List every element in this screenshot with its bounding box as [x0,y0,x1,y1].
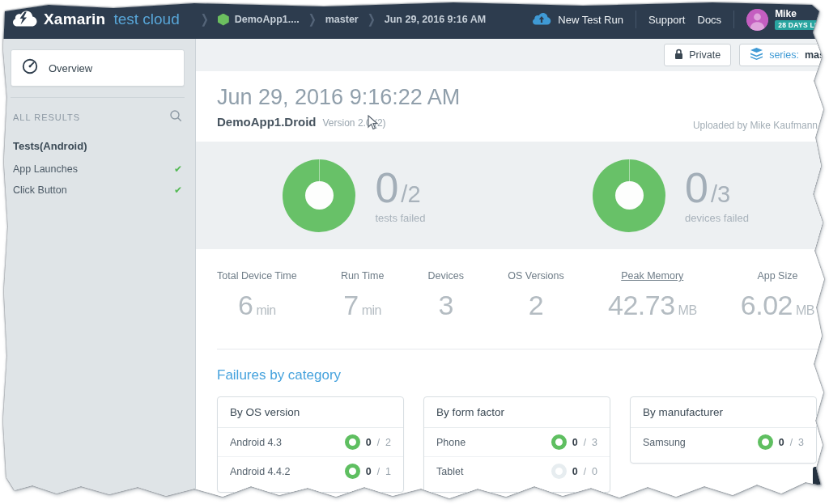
sidebar-item-overview[interactable]: Overview [11,49,185,87]
app-name: DemoApp1.Droid [217,115,317,129]
trial-days-badge: 28 DAYS LE [775,20,823,31]
stat-unit: MB [796,303,814,317]
breadcrumb-run[interactable]: Jun 29, 2016 9:16 AM [385,14,486,25]
chevron-right-icon: ❯ [201,12,209,27]
stat-value: 2 [529,290,543,320]
failure-row-samsung[interactable]: Samsung 0 / 3 [631,428,816,456]
failed-count: 0 [779,437,784,448]
series-selector-button[interactable]: series: master [739,44,829,66]
row-label: Tablet [436,466,463,477]
stat-run-time: Run Time 7min [341,270,385,321]
card-by-os-version: By OS version Android 4.3 0 / 2 Android … [217,396,404,493]
user-name: Mike [775,9,823,19]
run-timestamp: Jun 29, 2016 9:16:22 AM [217,85,808,110]
status-ring-icon [551,434,567,450]
search-icon[interactable] [169,109,182,125]
main-content: Private series: master Jun 29, 2016 9:16… [196,39,829,504]
sidebar-group-tests-android[interactable]: Tests(Android) [0,133,195,159]
total-count: 3 [592,437,597,448]
total-count: 1 [385,466,391,477]
stat-app-size: App Size 6.02MB [741,270,814,321]
mouse-cursor-icon [368,115,379,133]
chat-widget-fragment[interactable] [813,467,829,496]
sidebar-item-click-button[interactable]: Click Button ✔ [0,180,195,201]
breadcrumb: ❯ DemoApp1.... ❯ master ❯ Jun 29, 2016 9… [201,14,486,26]
user-avatar [746,9,768,31]
status-ring-icon [758,434,773,450]
row-label: Android 4.3 [230,437,282,448]
failures-section: Failures by category By OS version Andro… [196,349,829,493]
ratio-separator: / [377,466,380,477]
total-count: 0 [592,466,597,477]
stat-value: 3 [439,290,453,320]
support-link[interactable]: Support [648,14,686,26]
xamarin-logo[interactable]: Xamarin test cloud [13,10,180,30]
tests-failed-donut-chart [283,159,355,232]
run-stats-row: Total Device Time 6min Run Time 7min Dev… [196,249,829,321]
new-test-run-button[interactable]: New Test Run [532,12,623,28]
top-right-nav: New Test Run Support Docs Mike 28 DAYS L… [532,9,824,31]
private-button[interactable]: Private [664,44,731,66]
devices-failed-caption: devices failed [685,212,749,224]
stat-label: Run Time [341,270,385,282]
tests-failed-score: 0 /2 tests failed [375,167,425,224]
check-icon: ✔ [174,163,182,175]
failure-cards: By OS version Android 4.3 0 / 2 Android … [217,396,808,493]
failed-count: 0 [572,466,578,477]
nav-divider [636,11,636,28]
stat-label: Total Device Time [217,270,297,282]
stat-value: 7 [343,290,358,320]
failure-row-android-4-4-2[interactable]: Android 4.4.2 0 / 1 [218,457,403,485]
docs-link[interactable]: Docs [698,14,722,26]
card-by-manufacturer: By manufacturer Samsung 0 / 3 [630,396,817,464]
sidebar-item-label: Click Button [13,184,67,196]
stat-label: OS Versions [508,270,563,282]
brand-product: test cloud [113,11,179,28]
failure-row-android-4-3[interactable]: Android 4.3 0 / 2 [218,428,403,457]
stat-label: App Size [741,270,814,282]
tests-total-count: /2 [401,181,420,208]
cloud-upload-icon [532,12,551,28]
failure-row-phone[interactable]: Phone 0 / 3 [424,428,610,457]
failure-row-tablet[interactable]: Tablet 0 / 0 [424,457,610,485]
stat-label: Devices [428,270,464,282]
layers-icon [750,48,763,62]
ratio-separator: / [377,437,380,448]
stat-value: 6.02 [741,290,793,320]
sidebar: Overview ALL RESULTS Tests(Android) App … [0,39,196,504]
breadcrumb-app[interactable]: DemoApp1.... [218,14,300,26]
stat-value: 6 [238,290,253,320]
sidebar-item-label: App Launches [13,163,78,175]
user-menu[interactable]: Mike 28 DAYS LE [746,9,824,31]
peak-memory-link[interactable]: Peak Memory [608,270,697,282]
all-results-label: ALL RESULTS [13,112,80,122]
overview-label: Overview [49,62,92,74]
series-value: master [805,49,829,61]
series-label: series: [769,49,799,61]
cloud-lightning-icon [13,10,37,30]
torn-page-wrapper: Xamarin test cloud ❯ DemoApp1.... ❯ mast… [0,0,829,504]
ratio-separator: / [584,437,586,448]
stat-os-versions: OS Versions 2 [508,270,563,321]
total-count: 2 [385,437,391,448]
status-ring-icon [551,464,567,479]
failures-title: Failures by category [217,367,808,383]
card-title: By OS version [218,397,403,428]
sidebar-item-app-launches[interactable]: App Launches ✔ [0,159,195,180]
failed-count: 0 [366,437,372,448]
stat-unit: MB [678,303,697,317]
chat-glyph [818,485,825,492]
stat-peak-memory: Peak Memory 42.73MB [608,270,697,321]
tests-failed-caption: tests failed [375,212,425,224]
card-title: By manufacturer [631,397,816,428]
row-label: Samsung [643,437,686,448]
all-results-row: ALL RESULTS [0,98,195,133]
stat-value: 42.73 [608,290,675,320]
card-title: By form factor [424,397,610,428]
summary-donuts-band: 0 /2 tests failed 0 /3 devices failed [196,142,829,249]
devices-total-count: /3 [711,181,730,208]
user-meta: Mike 28 DAYS LE [775,9,823,31]
brand-name: Xamarin [44,11,105,28]
breadcrumb-series[interactable]: master [325,14,359,25]
stat-devices: Devices 3 [428,270,464,321]
